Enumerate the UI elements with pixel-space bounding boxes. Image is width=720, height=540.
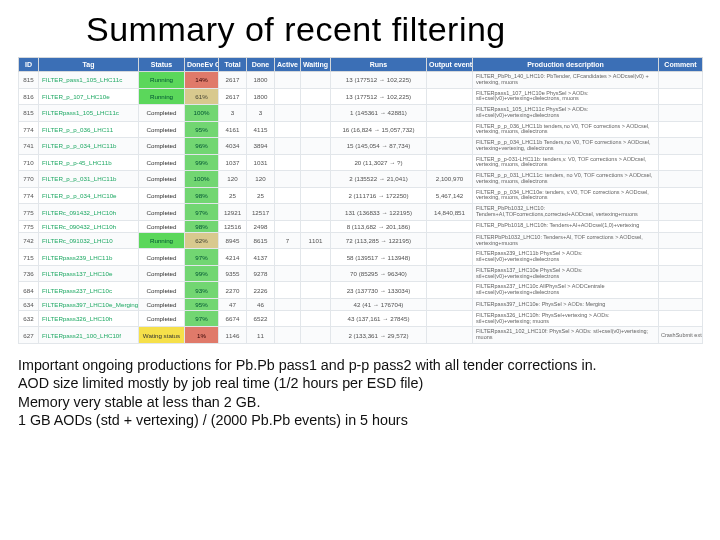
table-row: 770FILTER_p_p_031_LHC11bCompleted100%120… — [19, 171, 703, 188]
cell — [275, 249, 301, 266]
cell: Completed — [139, 310, 185, 327]
cell: FILTER_p_p_031_LHC11c: tenders, no V0, T… — [473, 171, 659, 188]
cell: 2498 — [247, 220, 275, 232]
cell — [301, 187, 331, 204]
cell: 8945 — [219, 232, 247, 249]
cell — [659, 220, 703, 232]
cell: Completed — [139, 187, 185, 204]
cell: 1% — [185, 327, 219, 344]
cell: 97% — [185, 204, 219, 221]
cell: 12921 — [219, 204, 247, 221]
cell: 815 — [19, 105, 39, 122]
cell — [659, 105, 703, 122]
table-row: 816FILTER_p_107_LHC10eRunning61%26171800… — [19, 88, 703, 105]
table-row: 742FILTERc_091032_LHC10Running62%8945861… — [19, 232, 703, 249]
cell: 4034 — [219, 138, 247, 155]
cell: 2617 — [219, 88, 247, 105]
cell: FILTERpass397_LHC10e_Merging — [39, 298, 139, 310]
cell — [659, 249, 703, 266]
cell: 775 — [19, 220, 39, 232]
cell — [427, 88, 473, 105]
cell: 16 (16,824 → 15,057,732) — [331, 121, 427, 138]
cell — [301, 298, 331, 310]
cell: 5,467,142 — [427, 187, 473, 204]
cell: FILTERpass237_LHC10c AllPhysSel > AODCen… — [473, 282, 659, 299]
cell: 1146 — [219, 327, 247, 344]
cell: FILTER_PbPb1018_LHC10h: Tenders+AI+AODcs… — [473, 220, 659, 232]
cell — [275, 298, 301, 310]
table-row: 736FILTERpass137_LHC10eCompleted99%93559… — [19, 265, 703, 282]
cell: 97% — [185, 249, 219, 266]
cell: 47 — [219, 298, 247, 310]
cell — [301, 121, 331, 138]
cell: FILTER_PbPb1032_LHC10: Tenders+AI,TOFcor… — [473, 204, 659, 221]
cell: FILTERpass137_LHC10e PhysSel > AODs: stl… — [473, 265, 659, 282]
cell: 43 (137,161 → 27845) — [331, 310, 427, 327]
col-header: Done — [247, 58, 275, 72]
cell: FILTER_PbPb_140_LHC10: PbTender, CFcandi… — [473, 72, 659, 89]
cell — [275, 171, 301, 188]
col-header: Runs — [331, 58, 427, 72]
cell — [427, 220, 473, 232]
cell: 13 (177512 → 102,225) — [331, 72, 427, 89]
cell — [427, 265, 473, 282]
cell: FILTERpass239_LHC11b PhysSel > AODs: stl… — [473, 249, 659, 266]
cell — [427, 121, 473, 138]
cell: 770 — [19, 171, 39, 188]
cell — [427, 105, 473, 122]
cell: 775 — [19, 204, 39, 221]
cell: 2,100,970 — [427, 171, 473, 188]
cell — [275, 88, 301, 105]
col-header: DoneEv Cfg Out — [185, 58, 219, 72]
cell — [275, 265, 301, 282]
cell — [427, 154, 473, 171]
cell — [659, 154, 703, 171]
cell: Completed — [139, 138, 185, 155]
cell: 2617 — [219, 72, 247, 89]
cell: 12516 — [219, 220, 247, 232]
cell — [301, 265, 331, 282]
cell: Completed — [139, 282, 185, 299]
cell: 9355 — [219, 265, 247, 282]
cell: FILTERpass397_LHC10e: PhysSel > AODs: Me… — [473, 298, 659, 310]
cell — [275, 105, 301, 122]
cell: 1037 — [219, 154, 247, 171]
cell — [659, 310, 703, 327]
page-title: Summary of recent filtering — [86, 10, 702, 49]
cell: 13 (177512 → 102,225) — [331, 88, 427, 105]
cell: FILTERpass237_LHC10c — [39, 282, 139, 299]
cell: 120 — [219, 171, 247, 188]
cell: 20 (11,3027 → ?) — [331, 154, 427, 171]
cell: 25 — [219, 187, 247, 204]
cell — [427, 327, 473, 344]
cell: FILTERpass1_105_LHC11c PhysSel > AODs: s… — [473, 105, 659, 122]
cell — [659, 298, 703, 310]
cell — [427, 138, 473, 155]
cell: FILTER_p_p_034_LHC10e — [39, 187, 139, 204]
cell: FILTER_p_p_034_LHC11b Tenders,no V0, TOF… — [473, 138, 659, 155]
cell: FILTERc_090432_LHC10h — [39, 220, 139, 232]
slide-notes: Important ongoing productions for Pb.Pb … — [18, 356, 702, 429]
cell: 61% — [185, 88, 219, 105]
cell — [659, 121, 703, 138]
cell — [301, 171, 331, 188]
cell: Running — [139, 232, 185, 249]
cell — [275, 121, 301, 138]
cell: 774 — [19, 121, 39, 138]
cell: 99% — [185, 265, 219, 282]
cell — [659, 88, 703, 105]
cell: FILTERpass326_LHC10h — [39, 310, 139, 327]
cell: 1 (145361 → 42881) — [331, 105, 427, 122]
cell — [659, 282, 703, 299]
col-header: Status — [139, 58, 185, 72]
table-row: 634FILTERpass397_LHC10e_MergingCompleted… — [19, 298, 703, 310]
cell: 131 (136833 → 122195) — [331, 204, 427, 221]
cell: 1031 — [247, 154, 275, 171]
cell: Completed — [139, 171, 185, 188]
cell: CrashSubmit ext known — [659, 327, 703, 344]
cell: 710 — [19, 154, 39, 171]
table-row: 632FILTERpass326_LHC10hCompleted97%66746… — [19, 310, 703, 327]
cell: Completed — [139, 220, 185, 232]
cell: FILTERpass21_102_LHC10f: PhysSel > AODs:… — [473, 327, 659, 344]
cell: FILTERc_091432_LHC10h — [39, 204, 139, 221]
